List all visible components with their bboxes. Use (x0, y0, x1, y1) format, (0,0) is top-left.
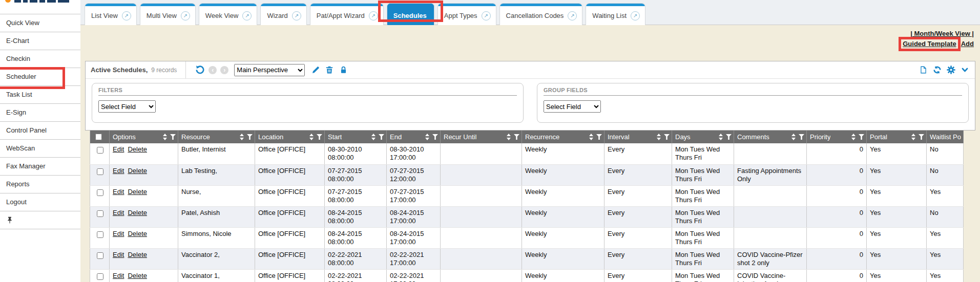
edit-link[interactable]: Edit (113, 272, 124, 279)
sort-icon[interactable] (163, 134, 168, 140)
filter-funnel-icon[interactable] (247, 134, 253, 140)
filter-funnel-icon[interactable] (432, 134, 438, 140)
sort-icon[interactable] (425, 134, 430, 140)
column-header-priority[interactable]: Priority (807, 131, 867, 143)
column-header-location[interactable]: Location (255, 131, 325, 143)
row-checkbox[interactable] (97, 231, 103, 238)
sidebar-item-e-sign[interactable]: E-Sign (0, 104, 80, 122)
perspective-select[interactable]: Main Perspective (234, 64, 305, 76)
column-header-recur-until[interactable]: Recur Until (441, 131, 522, 143)
row-checkbox[interactable] (97, 273, 103, 280)
month-week-view-link[interactable]: | Month/Week View | (910, 30, 974, 37)
popout-icon[interactable]: ↗ (482, 11, 491, 20)
sort-icon[interactable] (309, 134, 314, 140)
delete-link[interactable]: Delete (128, 188, 147, 196)
sort-icon[interactable] (371, 134, 376, 140)
select-all-checkbox[interactable] (95, 134, 102, 140)
settings-gear-icon[interactable] (946, 64, 956, 76)
sidebar-item-webscan[interactable]: WebScan (0, 140, 80, 158)
filter-funnel-icon[interactable] (170, 134, 176, 140)
filter-funnel-icon[interactable] (859, 134, 864, 140)
delete-link[interactable]: Delete (128, 230, 147, 237)
popout-icon[interactable]: ↗ (292, 11, 301, 20)
tab-multi-view[interactable]: Multi View↗ (140, 3, 196, 25)
delete-link[interactable]: Delete (128, 272, 147, 279)
delete-link[interactable]: Delete (128, 251, 147, 258)
column-header-options[interactable]: Options (110, 131, 178, 143)
next-icon[interactable]: › (220, 66, 228, 74)
tab-wizard[interactable]: Wizard↗ (260, 3, 306, 25)
row-checkbox[interactable] (97, 168, 103, 175)
filter-funnel-icon[interactable] (919, 134, 924, 140)
edit-link[interactable]: Edit (113, 188, 124, 196)
row-checkbox[interactable] (97, 147, 103, 154)
sort-icon[interactable] (719, 134, 723, 140)
sidebar-item-quick-view[interactable]: Quick View (0, 14, 80, 32)
sort-icon[interactable] (791, 134, 796, 140)
column-header-resource[interactable]: Resource (178, 131, 255, 143)
new-document-icon[interactable] (918, 64, 928, 76)
filters-field-select[interactable]: Select Field (98, 100, 156, 113)
tab-list-view[interactable]: List View↗ (85, 3, 137, 25)
refresh-icon[interactable] (932, 64, 942, 76)
sort-icon[interactable] (240, 134, 244, 140)
edit-link[interactable]: Edit (113, 230, 124, 237)
popout-icon[interactable]: ↗ (568, 11, 577, 20)
sort-icon[interactable] (507, 134, 511, 140)
delete-trash-icon[interactable] (324, 64, 335, 76)
tab-appt-types[interactable]: Appt Types↗ (437, 3, 496, 25)
tab-waiting-list[interactable]: Waiting List↗ (586, 3, 645, 25)
filter-funnel-icon[interactable] (799, 134, 804, 140)
row-checkbox[interactable] (97, 252, 103, 259)
tab-week-view[interactable]: Week View↗ (199, 3, 258, 25)
sidebar-pin-toggle[interactable] (0, 211, 80, 229)
column-header-recurrence[interactable]: Recurrence (522, 131, 604, 143)
column-header-days[interactable]: Days (672, 131, 734, 143)
sort-icon[interactable] (657, 134, 661, 140)
column-header-comments[interactable]: Comments (734, 131, 807, 143)
popout-icon[interactable]: ↗ (631, 11, 640, 20)
prev-icon[interactable]: ‹ (208, 66, 217, 74)
lock-icon[interactable] (338, 64, 348, 76)
row-checkbox[interactable] (97, 210, 103, 217)
column-header-end[interactable]: End (387, 131, 441, 143)
filter-funnel-icon[interactable] (317, 134, 322, 140)
sidebar-item-e-chart[interactable]: E-Chart (0, 32, 80, 50)
column-header-waitlist-po[interactable]: Waitlist Po (927, 131, 964, 143)
tab-pat-appt-wizard[interactable]: Pat/Appt Wizard↗ (310, 3, 384, 25)
delete-link[interactable]: Delete (128, 167, 147, 175)
collapse-chevron-icon[interactable] (960, 64, 970, 76)
filter-funnel-icon[interactable] (596, 134, 602, 140)
add-link[interactable]: Add (961, 40, 974, 48)
sidebar-item-control-panel[interactable]: Control Panel (0, 122, 80, 140)
tab-schedules[interactable]: Schedules (387, 3, 434, 25)
edit-link[interactable]: Edit (113, 167, 124, 175)
filter-funnel-icon[interactable] (726, 134, 732, 140)
popout-icon[interactable]: ↗ (242, 11, 252, 20)
sort-icon[interactable] (911, 134, 916, 140)
filter-funnel-icon[interactable] (379, 134, 384, 140)
column-header-portal[interactable]: Portal (867, 131, 927, 143)
sort-icon[interactable] (589, 134, 594, 140)
popout-icon[interactable]: ↗ (181, 11, 190, 20)
sort-icon[interactable] (851, 134, 856, 140)
column-header-start[interactable]: Start (325, 131, 387, 143)
undo-icon[interactable] (195, 64, 205, 76)
group-fields-select[interactable]: Select Field (544, 100, 601, 113)
sidebar-item-checkin[interactable]: Checkin (0, 50, 80, 68)
row-checkbox[interactable] (97, 189, 103, 196)
guided-template-link[interactable]: Guided Template (903, 40, 956, 48)
tab-cancellation-codes[interactable]: Cancellation Codes↗ (499, 3, 583, 25)
edit-link[interactable]: Edit (113, 209, 124, 216)
delete-link[interactable]: Delete (128, 209, 147, 216)
sidebar-item-logout[interactable]: Logout (0, 193, 80, 211)
column-header-interval[interactable]: Interval (604, 131, 672, 143)
sidebar-item-fax-manager[interactable]: Fax Manager (0, 158, 80, 176)
sidebar-item-reports[interactable]: Reports (0, 176, 80, 193)
edit-link[interactable]: Edit (113, 145, 124, 153)
filter-funnel-icon[interactable] (514, 134, 519, 140)
delete-link[interactable]: Delete (128, 145, 147, 153)
edit-link[interactable]: Edit (113, 251, 124, 258)
popout-icon[interactable]: ↗ (369, 11, 378, 20)
sidebar-item-scheduler[interactable]: Scheduler (0, 68, 80, 86)
